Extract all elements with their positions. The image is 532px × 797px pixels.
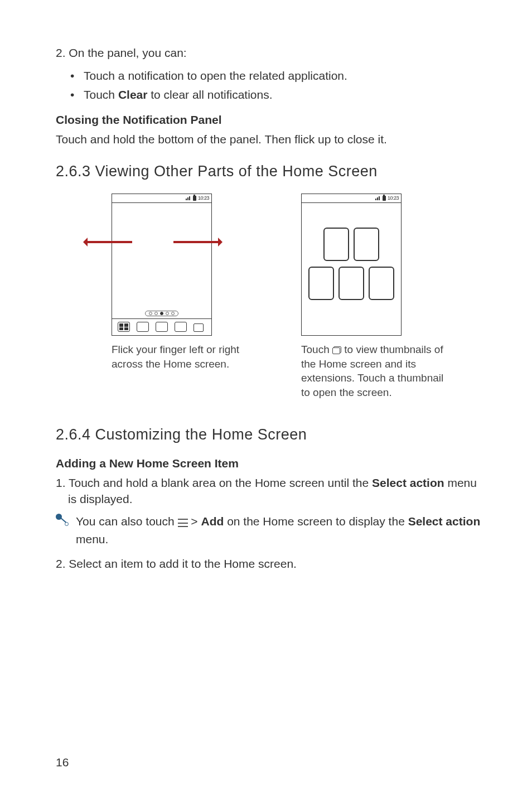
caption-thumbnails: Touch to view thumbnails of the Home scr… — [301, 342, 452, 400]
page-number: 16 — [56, 756, 69, 769]
thumbnail-grid — [302, 228, 401, 300]
figure-thumbnails: 10:23 Touch to view thumbnails of the Ho… — [301, 194, 452, 410]
battery-icon — [193, 196, 196, 201]
home-thumbnail — [308, 267, 334, 300]
home-thumbnail — [323, 228, 349, 261]
home-thumbnail — [369, 267, 394, 300]
bullet-clear-notifications: Touch Clear to clear all notifications. — [84, 85, 482, 104]
text-fragment: Touch — [301, 344, 332, 355]
status-bar: 10:23 — [112, 194, 211, 203]
signal-icon — [186, 196, 191, 200]
home-thumbnail — [354, 228, 379, 261]
text-fragment: You can also touch — [76, 515, 178, 528]
status-bar: 10:23 — [302, 194, 401, 203]
section-263-heading: 2.6.3 Viewing Other Parts of the Home Sc… — [56, 163, 482, 180]
arrow-left-icon — [84, 241, 132, 243]
dock-slot — [175, 322, 187, 332]
swipe-arrows — [84, 241, 221, 243]
battery-icon — [383, 196, 386, 201]
phone-thumbnails-screen: 10:23 — [301, 194, 402, 336]
tip-text: You can also touch > Add on the Home scr… — [76, 513, 482, 548]
text-fragment: 1. Touch and hold a blank area on the Ho… — [56, 476, 372, 489]
status-time: 10:23 — [388, 195, 399, 201]
panel-actions-list: Touch a notification to open the related… — [56, 66, 482, 104]
text-fragment: Touch — [84, 88, 118, 101]
figure-flick: 10:23 — [112, 194, 262, 410]
step-1-touch-hold: 1. Touch and hold a blank area on the Ho… — [56, 475, 482, 508]
adding-item-heading: Adding a New Home Screen Item — [56, 457, 482, 470]
dock — [112, 318, 211, 335]
dock-slot — [137, 322, 149, 332]
select-action-label: Select action — [372, 476, 444, 489]
dock-area — [112, 311, 211, 335]
status-time: 10:23 — [198, 195, 209, 201]
home-thumbnail — [338, 267, 364, 300]
select-action-label: Select action — [408, 515, 481, 528]
menu-icon — [178, 519, 188, 527]
text-fragment: on the Home screen to display the — [224, 515, 408, 528]
step-2-intro: 2. On the panel, you can: — [56, 45, 482, 61]
thumbnails-icon — [332, 346, 341, 354]
page-indicator — [145, 311, 178, 316]
dock-slot — [156, 322, 168, 332]
tip-icon — [56, 514, 70, 528]
figures-row: 10:23 — [56, 194, 482, 410]
section-264-heading: 2.6.4 Customizing the Home Screen — [56, 426, 482, 443]
text-fragment: > — [188, 515, 201, 528]
apps-grid-icon — [118, 322, 130, 332]
tip-block: You can also touch > Add on the Home scr… — [56, 513, 482, 548]
arrow-right-icon — [173, 241, 221, 243]
bullet-open-notification: Touch a notification to open the related… — [84, 66, 482, 85]
thumbnails-icon — [194, 322, 206, 332]
phone-home-screen: 10:23 — [112, 194, 212, 336]
clear-label: Clear — [118, 88, 148, 101]
text-fragment: to clear all notifications. — [147, 88, 272, 101]
closing-panel-paragraph: Touch and hold the bottom of the panel. … — [56, 131, 482, 147]
text-fragment: menu. — [76, 533, 108, 545]
caption-flick: Flick your finger left or right across t… — [112, 342, 262, 371]
signal-icon — [375, 196, 381, 200]
add-label: Add — [201, 515, 224, 528]
step-2-select-item: 2. Select an item to add it to the Home … — [56, 556, 482, 572]
closing-panel-heading: Closing the Notification Panel — [56, 113, 482, 127]
